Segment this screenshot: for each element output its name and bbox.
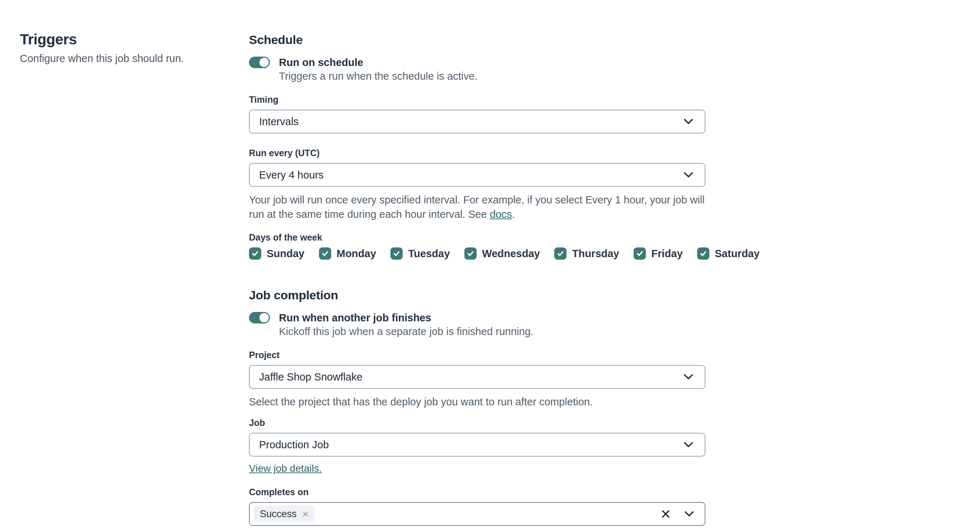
day-label: Tuesday: [408, 248, 450, 260]
days-of-week-row: Sunday Monday Tuesday Wednesday Thursday: [249, 247, 705, 260]
form-column: Schedule Run on schedule Triggers a run …: [249, 0, 705, 528]
view-job-details-row: View job details.: [249, 462, 705, 475]
run-on-schedule-texts: Run on schedule Triggers a run when the …: [279, 55, 477, 83]
run-every-selected-value: Every 4 hours: [259, 169, 324, 181]
project-help-text: Select the project that has the deploy j…: [249, 395, 705, 409]
clear-all-icon[interactable]: [662, 510, 670, 518]
chevron-down-icon: [684, 119, 693, 124]
completes-on-label: Completes on: [249, 486, 705, 498]
run-when-job-finishes-row: Run when another job finishes Kickoff th…: [249, 311, 705, 338]
check-icon: [699, 250, 707, 257]
checkbox-checked[interactable]: [697, 247, 710, 260]
timing-label: Timing: [249, 94, 705, 105]
completes-on-field: Completes on Success: [249, 486, 705, 526]
day-checkbox-saturday[interactable]: Saturday: [697, 247, 759, 260]
run-every-field: Run every (UTC) Every 4 hours Your job w…: [249, 147, 705, 222]
checkbox-checked[interactable]: [319, 247, 331, 260]
days-of-week-label: Days of the week: [249, 231, 705, 243]
multiselect-controls: [662, 510, 694, 518]
chevron-down-icon: [684, 374, 693, 380]
project-field: Project Jaffle Shop Snowflake Select the…: [249, 349, 705, 409]
day-checkbox-friday[interactable]: Friday: [633, 247, 682, 260]
run-every-label: Run every (UTC): [249, 147, 705, 159]
day-label: Wednesday: [482, 248, 540, 260]
day-checkbox-monday[interactable]: Monday: [319, 247, 376, 260]
check-icon: [251, 250, 259, 257]
page-title: Triggers: [20, 30, 249, 48]
check-icon: [321, 250, 329, 257]
timing-field: Timing Intervals: [249, 94, 705, 133]
intro-column: Triggers Configure when this job should …: [0, 0, 249, 528]
help-text-after-link: .: [512, 208, 515, 220]
project-selected-value: Jaffle Shop Snowflake: [259, 371, 362, 383]
checkbox-checked[interactable]: [633, 247, 646, 260]
run-every-select[interactable]: Every 4 hours: [249, 163, 705, 187]
run-when-job-finishes-label: Run when another job finishes: [279, 311, 534, 325]
run-on-schedule-row: Run on schedule Triggers a run when the …: [249, 55, 705, 83]
project-label: Project: [249, 349, 705, 361]
check-icon: [557, 250, 564, 257]
run-on-schedule-toggle[interactable]: [249, 57, 270, 68]
job-selected-value: Production Job: [259, 439, 329, 451]
run-when-job-finishes-description: Kickoff this job when a separate job is …: [279, 325, 534, 338]
chevron-down-icon[interactable]: [684, 511, 694, 517]
day-checkbox-sunday[interactable]: Sunday: [249, 247, 304, 260]
run-when-job-finishes-toggle[interactable]: [249, 312, 270, 323]
project-select[interactable]: Jaffle Shop Snowflake: [249, 365, 705, 389]
chevron-down-icon: [684, 172, 693, 178]
day-label: Thursday: [572, 248, 619, 260]
success-tag-label: Success: [260, 509, 297, 520]
check-icon: [393, 250, 401, 257]
toggle-knob: [259, 58, 269, 67]
help-text-before-link: Your job will run once every specified i…: [249, 194, 705, 220]
run-on-schedule-description: Triggers a run when the schedule is acti…: [279, 69, 477, 83]
day-checkbox-thursday[interactable]: Thursday: [554, 247, 619, 260]
days-of-week-field: Days of the week Sunday Monday Tuesday W…: [249, 231, 705, 260]
triggers-settings-page: Triggers Configure when this job should …: [0, 0, 980, 528]
completes-on-multiselect[interactable]: Success: [249, 502, 705, 526]
checkbox-checked[interactable]: [554, 247, 566, 260]
run-on-schedule-label: Run on schedule: [279, 55, 477, 69]
day-label: Monday: [337, 248, 376, 260]
run-when-job-finishes-texts: Run when another job finishes Kickoff th…: [279, 311, 534, 338]
page-subtitle: Configure when this job should run.: [20, 52, 249, 65]
day-label: Saturday: [715, 248, 759, 260]
docs-link[interactable]: docs: [490, 208, 512, 220]
success-tag: Success: [254, 506, 314, 522]
chevron-down-icon: [684, 442, 693, 447]
schedule-heading: Schedule: [249, 32, 705, 48]
check-icon: [466, 250, 474, 257]
remove-tag-icon[interactable]: [302, 511, 309, 517]
day-checkbox-tuesday[interactable]: Tuesday: [390, 247, 450, 260]
job-completion-heading: Job completion: [249, 287, 705, 303]
job-label: Job: [249, 417, 705, 428]
job-field: Job Production Job View job details.: [249, 417, 705, 475]
checkbox-checked[interactable]: [465, 247, 477, 260]
job-select[interactable]: Production Job: [249, 433, 705, 457]
day-label: Sunday: [267, 248, 304, 260]
view-job-details-link[interactable]: View job details.: [249, 463, 322, 474]
run-every-help-text: Your job will run once every specified i…: [249, 193, 705, 222]
checkbox-checked[interactable]: [249, 247, 261, 260]
toggle-knob: [259, 313, 269, 322]
checkbox-checked[interactable]: [390, 247, 402, 260]
check-icon: [636, 250, 644, 257]
timing-select[interactable]: Intervals: [249, 109, 705, 133]
day-checkbox-wednesday[interactable]: Wednesday: [465, 247, 540, 260]
timing-selected-value: Intervals: [259, 116, 299, 128]
day-label: Friday: [651, 248, 682, 260]
